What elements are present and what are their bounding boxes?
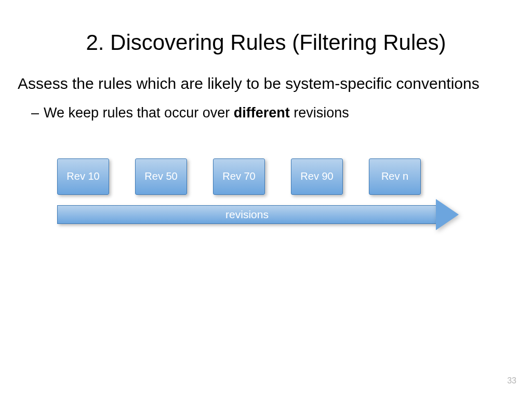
page-number: 33 (507, 376, 516, 385)
bullet-item: We keep rules that occur over different … (0, 104, 532, 122)
bullet-text-post: revisions (290, 105, 349, 121)
revisions-arrow-bar: revisions (57, 205, 436, 224)
arrow-right-icon (436, 199, 459, 230)
revision-box: Rev 50 (135, 158, 187, 195)
revision-box: Rev 70 (213, 158, 265, 195)
revision-box: Rev n (369, 158, 421, 195)
revision-box: Rev 90 (291, 158, 343, 195)
slide-title: 2. Discovering Rules (Filtering Rules) (0, 0, 532, 74)
bullet-text-pre: We keep rules that occur over (44, 105, 234, 121)
revisions-diagram: Rev 10 Rev 50 Rev 70 Rev 90 Rev n revisi… (57, 158, 473, 242)
body-paragraph: Assess the rules which are likely to be … (0, 74, 532, 94)
revision-box: Rev 10 (57, 158, 109, 195)
bullet-text-bold: different (234, 105, 290, 121)
